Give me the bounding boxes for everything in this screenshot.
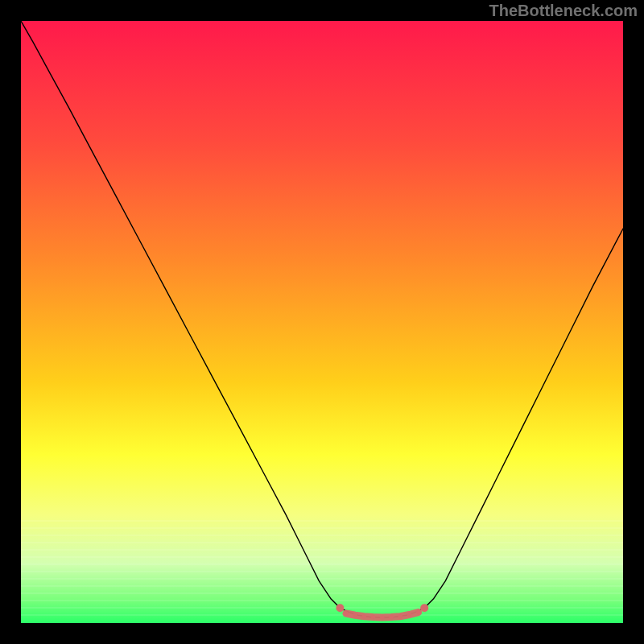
svg-point-16 (362, 614, 367, 619)
svg-point-21 (407, 613, 412, 617)
svg-point-18 (380, 615, 385, 620)
svg-point-23 (336, 604, 344, 612)
svg-point-15 (353, 613, 357, 618)
plot-area (21, 21, 623, 623)
svg-point-17 (371, 615, 376, 620)
svg-point-24 (420, 604, 428, 612)
svg-point-20 (398, 614, 402, 619)
bottleneck-chart (21, 21, 623, 623)
chart-frame: TheBottleneck.com (0, 0, 644, 644)
gradient-background (21, 21, 623, 623)
svg-point-22 (416, 610, 421, 615)
watermark-text: TheBottleneck.com (489, 2, 638, 20)
svg-point-19 (389, 615, 394, 620)
svg-point-14 (344, 611, 349, 616)
